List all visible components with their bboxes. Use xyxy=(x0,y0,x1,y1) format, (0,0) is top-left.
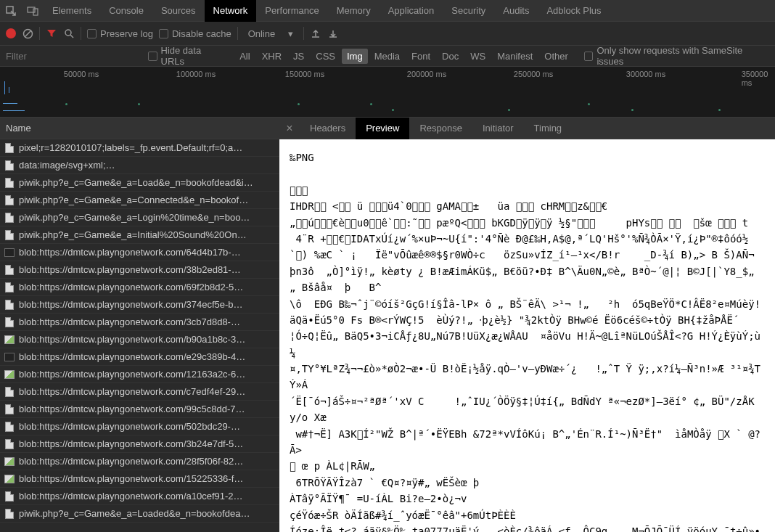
type-filter-all[interactable]: All xyxy=(234,49,255,64)
file-icon xyxy=(4,457,15,467)
request-row[interactable]: blob:https://dmtcw.playngonetwork.com/38… xyxy=(0,261,279,279)
request-row[interactable]: blob:https://dmtcw.playngonetwork.com/e2… xyxy=(0,348,279,366)
file-icon xyxy=(4,335,15,345)
timeline-tick: 100000 ms xyxy=(176,70,216,78)
file-icon xyxy=(4,247,15,258)
filter-icon[interactable] xyxy=(46,28,57,39)
tab-application[interactable]: Application xyxy=(380,0,443,22)
type-filter-xhr[interactable]: XHR xyxy=(257,49,287,64)
preserve-log-checkbox[interactable]: Preserve log xyxy=(87,28,153,39)
upload-har-icon[interactable] xyxy=(310,28,321,39)
type-filter-other[interactable]: Other xyxy=(539,49,573,64)
file-icon xyxy=(4,230,15,240)
network-toolbar: Preserve log Disable cache Online▾ xyxy=(0,22,775,45)
device-toggle-icon[interactable] xyxy=(22,0,44,22)
request-name: blob:https://dmtcw.playngonetwork.com/e2… xyxy=(19,351,245,362)
request-row[interactable]: blob:https://dmtcw.playngonetwork.com/99… xyxy=(0,401,279,418)
detail-tab-headers[interactable]: Headers xyxy=(300,118,356,139)
preview-content: ‰PNG     IHDR   <   ü    ü4`0    gAMA  ±… xyxy=(279,139,775,532)
type-filter-css[interactable]: CSS xyxy=(311,49,340,64)
file-icon xyxy=(4,195,15,205)
tab-elements[interactable]: Elements xyxy=(44,0,100,22)
request-row[interactable]: blob:https://dmtcw.playngonetwork.com/c7… xyxy=(0,383,279,401)
request-row[interactable]: blob:https://dmtcw.playngonetwork.com/37… xyxy=(0,296,279,314)
file-icon xyxy=(4,491,15,502)
request-row[interactable]: data:image/svg+xml;… xyxy=(0,157,279,174)
request-row[interactable]: piwik.php?e_c=Game&e_a=Connected&e_n=boo… xyxy=(0,192,279,209)
svg-line-6 xyxy=(70,35,73,38)
request-name: blob:https://dmtcw.playngonetwork.com/a1… xyxy=(19,491,243,502)
search-icon[interactable] xyxy=(63,28,75,39)
request-row[interactable]: blob:https://dmtcw.playngonetwork.com/a1… xyxy=(0,488,279,505)
request-detail-panel: × HeadersPreviewResponseInitiatorTiming … xyxy=(279,118,775,532)
tab-adblock-plus[interactable]: Adblock Plus xyxy=(538,0,610,22)
detail-tab-timing[interactable]: Timing xyxy=(524,118,573,139)
timeline-overview[interactable]: 50000 ms100000 ms150000 ms200000 ms25000… xyxy=(0,67,775,118)
detail-tab-preview[interactable]: Preview xyxy=(356,118,409,139)
request-row[interactable]: blob:https://dmtcw.playngonetwork.com/3c… xyxy=(0,314,279,331)
chevron-down-icon: ▾ xyxy=(288,28,293,39)
request-row[interactable]: blob:https://dmtcw.playngonetwork.com/3b… xyxy=(0,435,279,453)
tab-audits[interactable]: Audits xyxy=(494,0,538,22)
filter-row: Hide data URLs AllXHRJSCSSImgMediaFontDo… xyxy=(0,45,775,67)
type-filter-doc[interactable]: Doc xyxy=(437,49,464,64)
devtools-tabs: ElementsConsoleSourcesNetworkPerformance… xyxy=(0,0,775,22)
type-filter-media[interactable]: Media xyxy=(369,49,405,64)
throttling-dropdown[interactable]: Online▾ xyxy=(244,28,298,39)
request-name: piwik.php?e_c=Game&e_a=Connected&e_n=boo… xyxy=(19,195,248,205)
request-row[interactable]: blob:https://dmtcw.playngonetwork.com/28… xyxy=(0,453,279,470)
tab-security[interactable]: Security xyxy=(443,0,494,22)
file-icon xyxy=(4,422,15,432)
request-row[interactable]: blob:https://dmtcw.playngonetwork.com/50… xyxy=(0,418,279,435)
tab-memory[interactable]: Memory xyxy=(328,0,380,22)
clear-button[interactable] xyxy=(22,28,33,39)
tab-network[interactable]: Network xyxy=(205,0,257,22)
close-icon[interactable]: × xyxy=(279,118,300,139)
tab-sources[interactable]: Sources xyxy=(152,0,205,22)
file-icon xyxy=(4,282,15,292)
tab-console[interactable]: Console xyxy=(100,0,152,22)
file-icon xyxy=(4,143,15,153)
detail-tab-response[interactable]: Response xyxy=(409,118,472,139)
request-name: blob:https://dmtcw.playngonetwork.com/3b… xyxy=(19,438,243,449)
request-row[interactable]: blob:https://dmtcw.playngonetwork.com/b9… xyxy=(0,331,279,348)
timeline-tick: 200000 ms xyxy=(407,70,446,78)
type-filter-img[interactable]: Img xyxy=(342,49,368,64)
request-row[interactable]: piwik.php?e_c=Game&e_a=Initial%20Sound%2… xyxy=(0,226,279,244)
type-filter-manifest[interactable]: Manifest xyxy=(492,49,538,64)
request-row[interactable]: piwik.php?e_c=Game&e_a=Login%20time&e_n=… xyxy=(0,209,279,226)
record-button[interactable] xyxy=(6,28,16,38)
request-row[interactable]: piwik.php?e_c=Game&e_a=Loaded&e_n=bookof… xyxy=(0,505,279,523)
disable-cache-checkbox[interactable]: Disable cache xyxy=(159,28,231,39)
type-filter-ws[interactable]: WS xyxy=(465,49,491,64)
hide-data-urls-checkbox[interactable]: Hide data URLs xyxy=(148,45,225,67)
inspect-icon[interactable] xyxy=(0,0,22,22)
request-row[interactable]: blob:https://dmtcw.playngonetwork.com/15… xyxy=(0,470,279,488)
svg-line-4 xyxy=(25,30,31,37)
type-filter-js[interactable]: JS xyxy=(288,49,309,64)
download-har-icon[interactable] xyxy=(327,28,339,39)
timeline-tick: 250000 ms xyxy=(514,70,553,78)
request-name: blob:https://dmtcw.playngonetwork.com/15… xyxy=(19,473,243,484)
type-filter-font[interactable]: Font xyxy=(406,49,435,64)
request-list: pixel;r=1282010107;labels=_fp.event.Defa… xyxy=(0,139,279,532)
detail-tab-initiator[interactable]: Initiator xyxy=(472,118,524,139)
request-name: pixel;r=1282010107;labels=_fp.event.Defa… xyxy=(19,142,242,153)
samesite-checkbox[interactable]: Only show requests with SameSite issues xyxy=(584,45,766,67)
request-name: data:image/svg+xml;… xyxy=(19,160,115,171)
request-row[interactable]: blob:https://dmtcw.playngonetwork.com/12… xyxy=(0,366,279,383)
file-icon xyxy=(4,352,15,362)
request-row[interactable]: blob:https://dmtcw.playngonetwork.com/69… xyxy=(0,279,279,296)
tab-performance[interactable]: Performance xyxy=(256,0,327,22)
request-row[interactable]: piwik.php?e_c=Game&e_a=Load&e_n=bookofde… xyxy=(0,174,279,192)
request-row[interactable]: pixel;r=1282010107;labels=_fp.event.Defa… xyxy=(0,139,279,157)
timeline-tick: 350000 ms xyxy=(742,70,768,87)
request-name: piwik.php?e_c=Game&e_a=Login%20time&e_n=… xyxy=(19,212,250,223)
name-column-header[interactable]: Name xyxy=(0,118,279,139)
file-icon xyxy=(4,178,15,188)
file-icon xyxy=(4,474,15,484)
file-icon xyxy=(4,160,15,171)
filter-input[interactable] xyxy=(0,46,148,66)
request-list-panel: Name pixel;r=1282010107;labels=_fp.event… xyxy=(0,118,279,532)
request-row[interactable]: blob:https://dmtcw.playngonetwork.com/64… xyxy=(0,244,279,261)
